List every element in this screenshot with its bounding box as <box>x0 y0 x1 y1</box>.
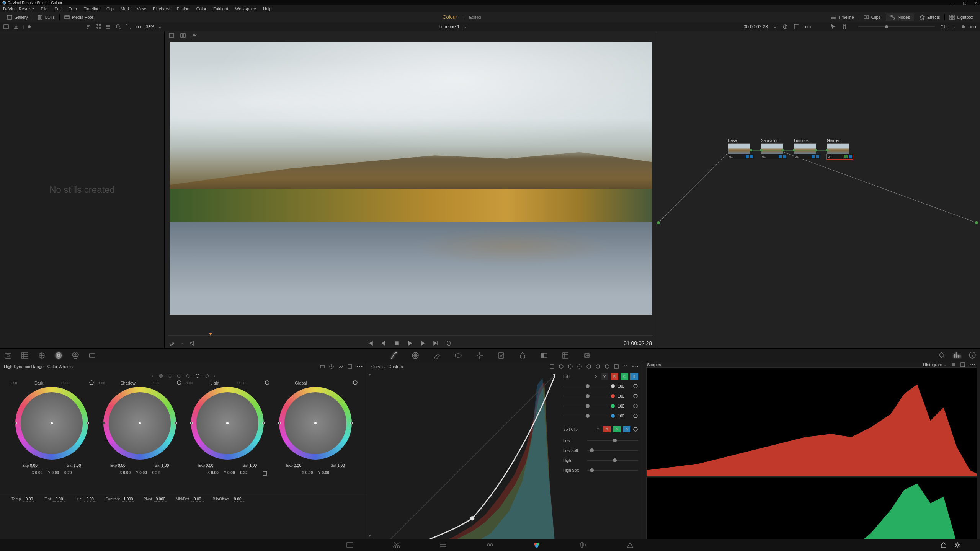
menu-item[interactable]: Clip <box>106 7 114 11</box>
edit-page-icon[interactable] <box>439 541 448 549</box>
stop-icon[interactable] <box>394 340 400 346</box>
viewer-more-icon[interactable]: ••• <box>805 24 812 29</box>
curves-mode6-icon[interactable] <box>604 364 610 369</box>
intensity-value[interactable]: 100 <box>618 414 630 418</box>
project-settings-icon[interactable] <box>954 541 961 548</box>
next-frame-icon[interactable] <box>420 340 426 346</box>
tab-gallery[interactable]: Gallery <box>3 13 32 21</box>
curves-icon[interactable] <box>390 351 397 359</box>
fairlight-page-icon[interactable] <box>579 541 588 549</box>
color-checker-icon[interactable] <box>21 351 28 359</box>
wheel-reset-icon[interactable] <box>177 380 182 385</box>
channel-b-button[interactable]: B <box>630 373 638 380</box>
sc-g-button[interactable]: G <box>613 426 621 432</box>
deliver-page-icon[interactable] <box>626 541 634 549</box>
node-graph-panel[interactable]: Base 01 Saturation 02 Luminos... 03 Grad… <box>657 31 980 348</box>
curve-top-handle-icon[interactable]: ▸ <box>369 372 371 377</box>
fullscreen-icon[interactable] <box>794 24 800 30</box>
magic-mask-icon[interactable] <box>497 351 505 359</box>
zone-dot[interactable] <box>196 374 199 378</box>
record-timecode[interactable]: 00:00:02:28 <box>744 24 768 29</box>
falloff-field[interactable]: 0.22 <box>240 471 247 475</box>
exp-field[interactable]: 0.00 <box>118 463 125 468</box>
tab-luts[interactable]: LUTs <box>34 13 59 21</box>
node-bypass-dot[interactable] <box>962 25 965 28</box>
menu-item[interactable]: Fusion <box>177 7 189 11</box>
more-icon[interactable]: ••• <box>135 24 142 29</box>
tab-effects[interactable]: Effects <box>916 13 944 21</box>
qualifier-icon[interactable] <box>433 351 440 359</box>
node-mode-dropdown[interactable]: Clip <box>940 24 947 29</box>
prev-frame-icon[interactable] <box>381 340 387 346</box>
contrast-field[interactable]: 1.000 <box>122 497 134 502</box>
softclip-slider[interactable] <box>587 470 638 471</box>
window-min-button[interactable]: — <box>951 1 954 5</box>
menu-item[interactable]: Color <box>196 7 206 11</box>
wipe-icon[interactable] <box>782 24 788 30</box>
sat-field[interactable]: 1.00 <box>250 463 257 468</box>
color-page-icon[interactable] <box>532 541 541 549</box>
node-zoom-slider[interactable] <box>858 26 935 27</box>
intensity-value[interactable]: 100 <box>618 394 630 398</box>
scopes-mode-dropdown[interactable]: Histogram <box>923 362 942 367</box>
zone-dot[interactable] <box>159 374 163 378</box>
tab-mediapool[interactable]: Media Pool <box>60 13 97 21</box>
row-reset-icon[interactable] <box>633 404 638 409</box>
scopes-layout-icon[interactable] <box>960 362 965 367</box>
wheels-more-icon[interactable]: ••• <box>356 364 363 369</box>
window-max-button[interactable]: ▢ <box>963 1 966 5</box>
menu-item[interactable]: Edit <box>54 7 62 11</box>
tint-field[interactable]: 0.00 <box>53 497 65 502</box>
channel-g-button[interactable]: G <box>621 373 628 380</box>
zone-dot[interactable] <box>168 374 172 378</box>
x-field[interactable]: 0.00 <box>211 471 218 475</box>
curve-bottom-handle-icon[interactable]: ▸ <box>369 533 371 538</box>
window-icon[interactable] <box>454 351 462 359</box>
rgb-mixer-icon[interactable] <box>71 351 79 359</box>
row-reset-icon[interactable] <box>633 394 638 399</box>
sort-icon[interactable] <box>85 24 91 30</box>
source-timecode[interactable]: 01:00:02:28 <box>624 340 652 346</box>
blkoffset-field[interactable]: 0.00 <box>232 497 244 502</box>
curve-editor[interactable]: ▸ ▸ <box>371 374 555 536</box>
still-export-icon[interactable] <box>13 24 19 30</box>
curves-expand-icon[interactable] <box>614 364 619 369</box>
x-field[interactable]: 0.00 <box>123 471 131 475</box>
row-reset-icon[interactable] <box>633 384 638 389</box>
image-wipe-icon[interactable] <box>168 33 175 39</box>
list-view-icon[interactable] <box>105 24 111 30</box>
intensity-slider[interactable] <box>563 416 608 416</box>
search-icon[interactable] <box>115 24 121 30</box>
scopes-more-icon[interactable]: ••• <box>969 362 976 367</box>
row-reset-icon[interactable] <box>633 414 638 419</box>
intensity-slider[interactable] <box>563 386 608 386</box>
menu-item[interactable]: Fairlight <box>213 7 228 11</box>
home-icon[interactable] <box>940 541 947 548</box>
split-icon[interactable] <box>180 33 186 39</box>
3d-icon[interactable] <box>583 351 590 359</box>
wheels-reset-icon[interactable] <box>329 364 334 369</box>
key-icon[interactable] <box>540 351 547 359</box>
exp-field[interactable]: 0.00 <box>30 463 37 468</box>
menu-item[interactable]: DaVinci Resolve <box>3 7 34 11</box>
histogram-scope[interactable] <box>646 367 977 551</box>
sc-b-button[interactable]: B <box>623 426 630 432</box>
zoom-value[interactable]: 33% <box>146 24 154 29</box>
zone-dot[interactable] <box>205 374 209 378</box>
y-field[interactable]: 0.00 <box>52 471 59 475</box>
channel-y-button[interactable]: Y <box>601 373 608 380</box>
still-grab-icon[interactable] <box>3 24 9 30</box>
middet-field[interactable]: 0.00 <box>191 497 204 502</box>
last-frame-icon[interactable] <box>433 340 439 346</box>
sc-r-button[interactable]: R <box>603 426 611 432</box>
color-wheel[interactable] <box>15 387 88 460</box>
wheels-graph-icon[interactable] <box>338 364 343 369</box>
cut-page-icon[interactable] <box>392 541 401 549</box>
color-wheel[interactable] <box>103 387 176 460</box>
curves-mode4-icon[interactable] <box>586 364 591 369</box>
motion-effects-icon[interactable] <box>88 351 96 359</box>
window-close-button[interactable]: ✕ <box>975 1 978 5</box>
sc-reset-icon[interactable] <box>633 427 638 432</box>
link-icon[interactable] <box>593 374 598 379</box>
x-field[interactable]: 0.00 <box>35 471 42 475</box>
